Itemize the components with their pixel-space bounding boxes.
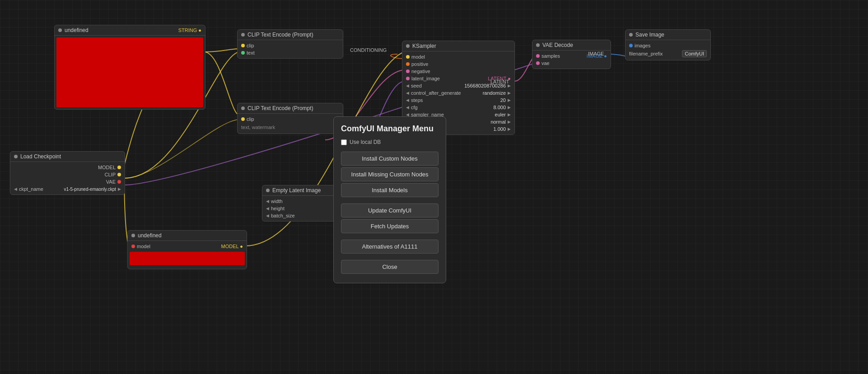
node-undefined1-title: undefined [65, 27, 89, 33]
node-undefined1-content [56, 37, 203, 107]
manager-divider2 [341, 235, 439, 240]
undefined2-model-output: MODEL ● [221, 244, 243, 249]
port-label-clip1-clip: clip [247, 43, 254, 48]
ksampler-sampler-right[interactable]: ▶ [508, 112, 511, 117]
ksampler-steps-row: ◀ steps 20 ▶ [402, 97, 514, 104]
latent-label: LATENT [490, 79, 509, 84]
node-empty-latent-status [266, 189, 270, 192]
manager-local-db-checkbox[interactable] [341, 139, 347, 145]
node-clip-encode1-status [241, 33, 245, 37]
port-ksampler-model [406, 55, 410, 59]
node-load-checkpoint: Load Checkpoint MODEL CLIP VAE ◀ ckpt_na… [10, 151, 125, 195]
port-ksampler-positive [406, 62, 410, 66]
ksampler-cfg-right[interactable]: ▶ [508, 105, 511, 110]
node-undefined2-body: model MODEL ● [128, 241, 247, 269]
manager-checkbox-row: Use local DB [341, 139, 439, 145]
ksampler-steps-right[interactable]: ▶ [508, 98, 511, 102]
node-ksampler-header: KSampler [402, 41, 514, 51]
node-undefined2-status [131, 234, 135, 237]
ksampler-denoise-right[interactable]: ▶ [508, 127, 511, 131]
empty-latent-width-left[interactable]: ◀ [266, 199, 269, 203]
port-checkpoint-vae [117, 180, 121, 184]
manager-divider3 [341, 255, 439, 260]
manager-menu: ComfyUI Manager Menu Use local DB Instal… [333, 116, 446, 283]
node-clip-encode1-clip-row: clip [238, 42, 343, 49]
ksampler-cfg-row: ◀ cfg 8.000 ▶ [402, 104, 514, 111]
node-save-image-title: Save Image [635, 32, 664, 38]
port-checkpoint-clip [117, 173, 121, 176]
node-clip-encode2-watermark: text, watermark [241, 125, 275, 130]
port-save-images [629, 44, 633, 47]
port-ksampler-latent [406, 77, 410, 80]
ksampler-steps-left[interactable]: ◀ [406, 98, 409, 102]
port-vae-vae [536, 61, 540, 65]
node-save-image-status [629, 33, 633, 37]
undefined2-model-row: model MODEL ● [128, 243, 247, 250]
node-undefined1-header: undefined STRING ● [55, 25, 205, 36]
save-image-prefix-row: filename_prefix ComfyUI [625, 49, 710, 58]
node-clip-encode2-clip-row: clip [238, 115, 343, 123]
ksampler-negative-row: negative [402, 68, 514, 75]
port-vae-samples [536, 54, 540, 58]
node-save-image-body: images filename_prefix ComfyUI [625, 40, 710, 60]
ksampler-scheduler-right[interactable]: ▶ [508, 120, 511, 124]
checkpoint-vae-row: VAE [10, 178, 125, 185]
ksampler-cfg-left[interactable]: ◀ [406, 105, 409, 110]
empty-latent-batch-left[interactable]: ◀ [266, 213, 269, 218]
manager-update-comfyui-btn[interactable]: Update ComfyUI [341, 203, 439, 217]
node-clip-encode2-watermark-row: text, watermark [238, 123, 343, 132]
ksampler-control-left[interactable]: ◀ [406, 91, 409, 95]
empty-latent-height-left[interactable]: ◀ [266, 206, 269, 211]
node-clip-encode2-title: CLIP Text Encode (Prompt) [247, 105, 313, 111]
node-undefined2: undefined model MODEL ● [127, 230, 247, 269]
node-clip-encode2-body: clip text, watermark [238, 114, 343, 134]
node-ksampler-status [406, 44, 410, 48]
checkpoint-clip-row: CLIP [10, 171, 125, 178]
node-save-image-header: Save Image [625, 30, 710, 40]
manager-local-db-label: Use local DB [350, 139, 381, 145]
node-load-checkpoint-body: MODEL CLIP VAE ◀ ckpt_name v1-5-pruned-e… [10, 162, 125, 194]
node-clip-encode1-header: CLIP Text Encode (Prompt) [238, 30, 343, 40]
port-ksampler-negative [406, 69, 410, 73]
checkpoint-model-row: MODEL [10, 164, 125, 171]
ksampler-positive-row: positive [402, 60, 514, 68]
port-clip1-clip [241, 44, 245, 47]
conditioning-label: CONDITIONING [350, 47, 387, 53]
node-clip-encode1-title: CLIP Text Encode (Prompt) [247, 32, 313, 38]
manager-close-btn[interactable]: Close [341, 260, 439, 274]
manager-fetch-updates-btn[interactable]: Fetch Updates [341, 219, 439, 233]
node-undefined1: undefined STRING ● [54, 25, 205, 110]
node-save-image: Save Image images filename_prefix ComfyU… [625, 29, 711, 60]
checkpoint-ckpt-left[interactable]: ◀ [14, 187, 17, 191]
vae-decode-vae-row: vae [532, 60, 611, 67]
node-clip-encode1-text-row: text [238, 49, 343, 56]
port-label-clip1-text: text [247, 50, 255, 55]
node-undefined1-output-label: STRING ● [178, 28, 201, 33]
port-label-clip2-clip: clip [247, 116, 254, 122]
node-load-checkpoint-title: Load Checkpoint [20, 153, 61, 160]
manager-install-missing-btn[interactable]: Install Missing Custom Nodes [341, 167, 439, 181]
node-clip-encode1: CLIP Text Encode (Prompt) clip text [237, 29, 343, 59]
node-vae-decode-header: VAE Decode [532, 40, 611, 51]
save-image-images-row: images [625, 42, 710, 49]
ksampler-control-row: ◀ control_after_generate randomize ▶ [402, 89, 514, 97]
node-load-checkpoint-header: Load Checkpoint [10, 152, 125, 162]
ksampler-seed-left[interactable]: ◀ [406, 83, 409, 88]
manager-install-models-btn[interactable]: Install Models [341, 183, 439, 197]
manager-divider1 [341, 199, 439, 203]
port-undefined2-model [131, 245, 135, 248]
port-clip2-clip [241, 117, 245, 121]
ksampler-control-right[interactable]: ▶ [508, 91, 511, 95]
node-vae-decode-title: VAE Decode [542, 42, 573, 48]
manager-install-custom-nodes-btn[interactable]: Install Custom Nodes [341, 152, 439, 166]
ksampler-model-row: model [402, 53, 514, 60]
node-clip-encode1-body: clip text [238, 40, 343, 58]
node-empty-latent-title: Empty Latent Image [272, 187, 321, 194]
manager-alternatives-btn[interactable]: Alternatives of A1111 [341, 240, 439, 254]
node-undefined2-header: undefined [128, 231, 247, 241]
node-load-checkpoint-status [14, 155, 18, 158]
checkpoint-ckpt-right[interactable]: ▶ [118, 187, 121, 191]
node-clip-encode2-status [241, 106, 245, 110]
node-clip-encode2: CLIP Text Encode (Prompt) clip text, wat… [237, 103, 343, 134]
undefined2-red-content [130, 252, 245, 265]
